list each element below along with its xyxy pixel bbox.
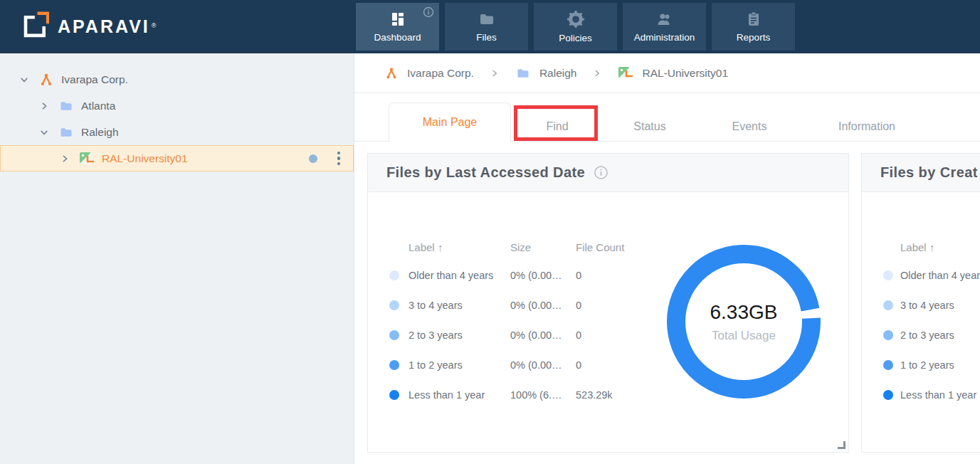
breadcrumb-item-raleigh[interactable]: Raleigh (515, 66, 577, 80)
aparavi-app: APARAVI® Dashboard Files (0, 0, 980, 464)
nav-label: Administration (634, 32, 695, 43)
aparavi-logo[interactable]: APARAVI® (18, 10, 156, 43)
table-row[interactable]: 3 to 4 years (883, 290, 980, 320)
tab-label: Information (838, 120, 895, 133)
col-header-label[interactable]: Label ↑ (409, 241, 501, 253)
legend-dot (389, 390, 399, 400)
table-row[interactable]: Older than 4 years (883, 260, 980, 290)
card-title: Files by Last Accessed Date (386, 164, 585, 181)
tab-find[interactable]: Find (511, 112, 604, 142)
folder-icon (58, 125, 74, 139)
folder-icon (58, 99, 74, 113)
breadcrumb-item-org[interactable]: Ivarapa Corp. (384, 66, 474, 80)
breadcrumb-label: RAL-University01 (642, 67, 728, 80)
gear-icon (567, 10, 585, 28)
row-file-count: 0 (576, 359, 640, 371)
chevron-right-icon (490, 68, 500, 78)
row-label: 1 to 2 years (409, 359, 501, 371)
org-node-icon (384, 66, 399, 80)
row-label: Older than 4 years (900, 270, 980, 281)
tab-events[interactable]: Events (696, 112, 803, 142)
legend-dot (883, 270, 893, 280)
tab-information[interactable]: Information (803, 112, 931, 142)
breadcrumb-label: Raleigh (539, 67, 577, 80)
info-icon[interactable] (594, 165, 608, 180)
card-header: Files by Creat (862, 154, 980, 192)
info-icon[interactable] (423, 6, 434, 21)
card-files-by-last-accessed-date: Files by Last Accessed Date Label ↑ Size… (367, 153, 849, 453)
nav-policies[interactable]: Policies (534, 3, 617, 51)
table-row[interactable]: 1 to 2 years (883, 350, 980, 380)
row-label: Older than 4 years (409, 270, 501, 281)
row-label: 3 to 4 years (900, 300, 980, 311)
nav-label: Policies (559, 33, 592, 43)
tab-main-page[interactable]: Main Page (389, 102, 511, 142)
card-header: Files by Last Accessed Date (368, 154, 848, 192)
chevron-down-icon[interactable] (37, 125, 51, 139)
nav-administration[interactable]: Administration (623, 3, 706, 51)
table-row[interactable]: 2 to 3 years 0% (0.00… 0 (389, 320, 640, 350)
donut-center-text: 6.33GB Total Usage (667, 245, 821, 399)
tree-sidebar: Ivarapa Corp. Atlanta Raleigh RAL-Univer… (0, 53, 354, 464)
tab-label: Find (546, 120, 568, 133)
tab-label: Main Page (423, 116, 478, 129)
top-header-bar: APARAVI® Dashboard Files (0, 0, 980, 53)
tree-item-label: Ivarapa Corp. (61, 73, 128, 86)
tree-item-raleigh[interactable]: Raleigh (0, 119, 354, 145)
row-label: 1 to 2 years (900, 359, 980, 371)
table-row[interactable]: Less than 1 year 100% (6.… 523.29k (389, 380, 640, 410)
sort-arrow-icon: ↑ (929, 241, 935, 253)
legend-dot (389, 300, 399, 310)
tree-item-label: RAL-University01 (102, 152, 188, 165)
table-row[interactable]: 2 to 3 years (883, 320, 980, 350)
folder-icon (478, 11, 496, 28)
legend-dot (883, 390, 893, 400)
row-label: 2 to 3 years (409, 329, 501, 341)
col-header-size[interactable]: Size (510, 241, 567, 253)
tab-status[interactable]: Status (604, 112, 696, 142)
table-row[interactable]: Less than 1 year (883, 380, 980, 410)
tree-item-ral-university01-selected[interactable]: RAL-University01 (0, 145, 354, 172)
table-row[interactable]: Older than 4 years 0% (0.00… 0 (389, 260, 640, 290)
tab-bar: Main Page Find Status Events Information (354, 93, 980, 142)
breadcrumb-label: Ivarapa Corp. (407, 67, 474, 80)
people-icon (655, 11, 675, 28)
card-files-by-create-time: Files by Creat Label ↑ Older than 4 year… (861, 153, 980, 453)
table-row[interactable]: 1 to 2 years 0% (0.00… 0 (389, 350, 640, 380)
aggregator-icon (618, 66, 633, 80)
row-file-count: 0 (576, 300, 640, 311)
legend-dot (389, 270, 399, 280)
tree-item-atlanta[interactable]: Atlanta (0, 93, 354, 119)
nav-dashboard[interactable]: Dashboard (356, 3, 439, 51)
breadcrumb: Ivarapa Corp. Raleigh RAL-University01 (354, 53, 980, 93)
chevron-right-icon[interactable] (58, 152, 72, 166)
tree-item-label: Atlanta (81, 100, 115, 112)
legend-dot (389, 330, 399, 340)
card-title: Files by Creat (880, 164, 978, 181)
chevron-down-icon[interactable] (17, 73, 31, 87)
table-header-row: Label ↑ Size File Count (389, 233, 640, 260)
row-label: 2 to 3 years (900, 329, 980, 341)
donut-chart: 6.33GB Total Usage (667, 245, 821, 399)
tab-label: Status (633, 120, 665, 133)
row-file-count: 0 (576, 270, 640, 281)
total-usage-value: 6.33GB (710, 301, 778, 324)
kebab-menu-icon[interactable] (334, 150, 344, 167)
chevron-right-icon[interactable] (37, 99, 51, 113)
col-header-file-count[interactable]: File Count (576, 241, 640, 253)
tree-item-ivarapa-corp[interactable]: Ivarapa Corp. (0, 66, 354, 93)
status-dot (309, 154, 317, 163)
table-row[interactable]: 3 to 4 years 0% (0.00… 0 (389, 290, 640, 320)
row-label: Less than 1 year (900, 389, 980, 401)
card-resize-handle[interactable] (838, 441, 845, 449)
col-header-label[interactable]: Label ↑ (900, 241, 980, 253)
breadcrumb-item-ral-university01[interactable]: RAL-University01 (618, 66, 728, 80)
nav-files[interactable]: Files (445, 3, 528, 51)
nav-reports[interactable]: Reports (712, 3, 795, 51)
row-size: 0% (0.00… (510, 329, 567, 341)
brand-name: APARAVI (58, 16, 150, 36)
registered-mark: ® (152, 22, 157, 29)
legend-table: Label ↑ Older than 4 years 3 to 4 years … (883, 233, 980, 410)
dashboard-content: Files by Last Accessed Date Label ↑ Size… (354, 142, 980, 464)
clipboard-icon (745, 11, 762, 28)
